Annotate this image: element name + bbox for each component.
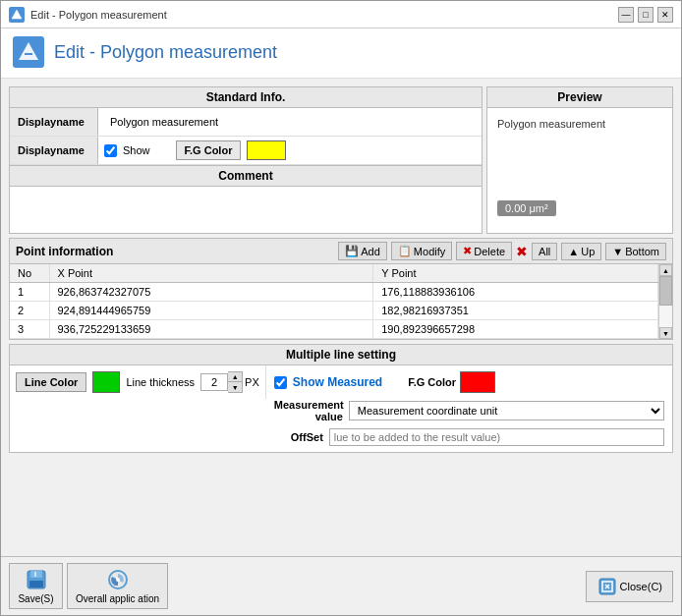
right-controls: Show Measured F.G Color Measurement valu… xyxy=(266,365,672,452)
fg-color-button[interactable]: F.G Color xyxy=(176,140,242,160)
col-no: No xyxy=(10,264,49,283)
bottom-bar: Save(S) Overall applic ation xyxy=(1,556,681,615)
preview-text: Polygon measurement xyxy=(497,118,605,130)
add-button[interactable]: 💾 Add xyxy=(338,242,387,260)
scrollbar[interactable]: ▲ ▼ xyxy=(658,264,672,339)
line-color-button[interactable]: Line Color xyxy=(16,372,86,392)
scroll-down-btn[interactable]: ▼ xyxy=(659,327,672,339)
title-bar: Edit - Polygon measurement — □ ✕ xyxy=(1,1,681,28)
line-thickness-label: Line thickness xyxy=(126,376,195,388)
line-color-swatch[interactable] xyxy=(92,371,120,393)
delete-x-icon: ✖ xyxy=(516,244,528,259)
minimize-button[interactable]: — xyxy=(618,7,634,23)
close-bottom-label: Close(C) xyxy=(620,581,662,592)
standard-info-panel: Standard Info. Displayname Polygon measu… xyxy=(9,86,483,234)
multi-line-header: Multiple line setting xyxy=(10,345,672,365)
scroll-up-btn[interactable]: ▲ xyxy=(659,264,672,276)
fg-color-red-swatch[interactable] xyxy=(460,371,495,393)
save-button[interactable]: Save(S) xyxy=(9,563,63,609)
save-icon xyxy=(25,568,48,591)
cell-x: 924,891444965759 xyxy=(49,302,373,320)
table-container: No X Point Y Point 1 926,863742327075 17… xyxy=(10,264,672,339)
window-title: Edit - Polygon measurement xyxy=(54,42,277,63)
main-window: Edit - Polygon measurement — □ ✕ Edit - … xyxy=(0,0,682,616)
point-info-section: Point information 💾 Add 📋 Modify ✖ Delet… xyxy=(9,238,673,340)
px-label: PX xyxy=(245,376,259,388)
bottom-button[interactable]: ▼ Bottom xyxy=(605,243,666,260)
table-row[interactable]: 2 924,891444965759 182,98216937351 xyxy=(10,302,658,320)
offset-row: OffSet xyxy=(274,428,664,446)
thickness-input[interactable]: 2 xyxy=(200,373,228,391)
point-table: No X Point Y Point 1 926,863742327075 17… xyxy=(10,264,658,339)
all-button[interactable]: All xyxy=(532,243,557,260)
show-checkbox[interactable] xyxy=(104,144,117,157)
spin-down-button[interactable]: ▼ xyxy=(228,382,242,392)
overall-button[interactable]: Overall applic ation xyxy=(67,563,168,609)
measurement-value-label: Measurement value xyxy=(274,399,343,422)
measurement-badge: 0.00 μm² xyxy=(497,200,556,216)
displayname-value: Polygon measurement xyxy=(98,110,482,134)
standard-info-header: Standard Info. xyxy=(10,87,482,108)
fg-color-swatch[interactable] xyxy=(247,140,286,160)
close-bottom-button[interactable]: Close(C) xyxy=(586,571,673,602)
comment-area xyxy=(10,187,482,233)
scroll-thumb[interactable] xyxy=(659,276,672,306)
overall-icon xyxy=(106,568,130,591)
title-bar-controls: — □ ✕ xyxy=(618,7,673,23)
cell-x: 926,863742327075 xyxy=(49,283,373,302)
preview-content: Polygon measurement 0.00 μm² xyxy=(487,108,672,226)
overall-label: Overall applic ation xyxy=(76,593,159,604)
header-icon xyxy=(13,36,44,68)
bottom-buttons: Save(S) Overall applic ation xyxy=(9,563,168,609)
svg-rect-6 xyxy=(34,572,36,577)
fg-label-right: F.G Color xyxy=(408,376,456,388)
delete-icon: ✖ xyxy=(463,245,472,257)
offset-input[interactable] xyxy=(329,428,664,446)
preview-panel: Preview Polygon measurement 0.00 μm² xyxy=(486,86,673,234)
delete-button[interactable]: ✖ Delete xyxy=(456,242,512,260)
show-row: Displayname Show F.G Color xyxy=(10,137,482,165)
comment-input[interactable] xyxy=(14,191,478,226)
point-header: Point information 💾 Add 📋 Modify ✖ Delet… xyxy=(10,239,672,264)
svg-rect-5 xyxy=(29,581,43,588)
displayname-label: Displayname xyxy=(10,108,98,136)
cell-y: 182,98216937351 xyxy=(373,302,658,320)
show-measured-label: Show Measured xyxy=(293,375,382,389)
main-content: Standard Info. Displayname Polygon measu… xyxy=(1,79,681,556)
title-bar-left: Edit - Polygon measurement xyxy=(9,7,167,23)
top-sections: Standard Info. Displayname Polygon measu… xyxy=(9,86,673,234)
multi-line-section: Multiple line setting Line Color Line th… xyxy=(9,344,673,453)
preview-header: Preview xyxy=(487,87,672,108)
measurement-select[interactable]: Measurement coordinate unit xyxy=(349,401,664,420)
modify-icon: 📋 xyxy=(398,245,412,257)
svg-point-8 xyxy=(116,578,120,582)
save-label: Save(S) xyxy=(18,593,53,604)
maximize-button[interactable]: □ xyxy=(638,7,654,23)
left-controls: Line Color Line thickness 2 ▲ ▼ PX xyxy=(10,365,266,399)
up-arrow-icon: ▲ xyxy=(568,246,579,257)
cell-no: 1 xyxy=(10,283,49,302)
cell-no: 3 xyxy=(10,320,49,339)
displayname-input[interactable]: Polygon measurement xyxy=(106,114,474,130)
table-row[interactable]: 3 936,725229133659 190,892396657298 xyxy=(10,320,658,339)
measurement-value-row: Measurement value Measurement coordinate… xyxy=(274,399,664,422)
col-y: Y Point xyxy=(373,264,658,283)
svg-marker-0 xyxy=(12,10,22,19)
scroll-track xyxy=(659,306,672,327)
comment-header: Comment xyxy=(10,165,482,187)
col-x: X Point xyxy=(49,264,373,283)
close-bottom-icon xyxy=(597,576,618,597)
bottom-arrow-icon: ▼ xyxy=(612,246,623,257)
add-icon: 💾 xyxy=(345,245,359,257)
modify-button[interactable]: 📋 Modify xyxy=(391,242,452,260)
up-button[interactable]: ▲ Up xyxy=(561,243,601,260)
close-button[interactable]: ✕ xyxy=(657,7,673,23)
show-measured-checkbox[interactable] xyxy=(274,376,287,389)
cell-y: 176,118883936106 xyxy=(373,283,658,302)
point-title: Point information xyxy=(16,245,334,258)
spin-up-button[interactable]: ▲ xyxy=(228,372,242,382)
show-text: Show xyxy=(123,144,150,156)
app-icon xyxy=(9,7,25,23)
cell-x: 936,725229133659 xyxy=(49,320,373,339)
table-row[interactable]: 1 926,863742327075 176,118883936106 xyxy=(10,283,658,302)
